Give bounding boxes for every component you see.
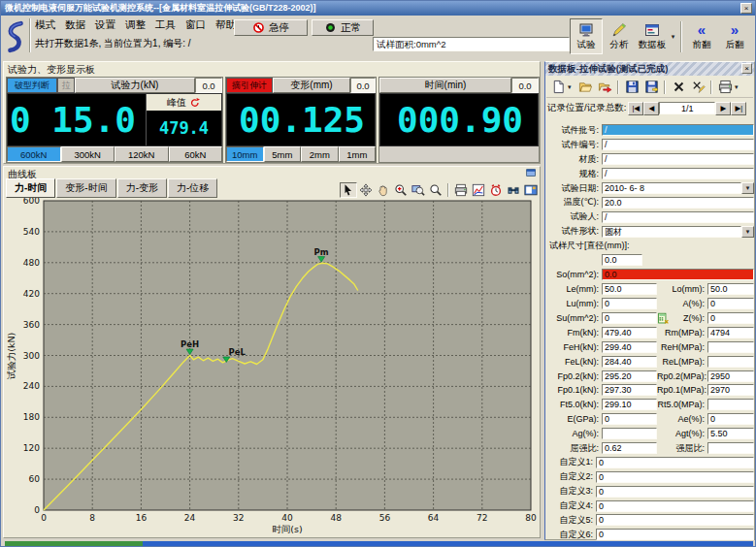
prev-record-button[interactable]: ◀ <box>643 102 659 115</box>
deform-range-10mm[interactable]: 10mm <box>226 146 264 162</box>
deform-range-2mm[interactable]: 2mm <box>301 146 339 162</box>
field-input[interactable] <box>707 399 754 410</box>
deform-range-5mm[interactable]: 5mm <box>264 146 302 162</box>
field-input[interactable]: 0 <box>596 514 754 526</box>
analyze-button[interactable]: 分析 <box>603 18 636 54</box>
delete-button[interactable] <box>669 78 688 96</box>
new-doc-button[interactable] <box>548 78 568 96</box>
board-view-tool[interactable] <box>522 182 540 198</box>
emergency-stop-button[interactable]: 急停 <box>234 19 308 36</box>
export-button[interactable] <box>595 78 614 96</box>
field-input[interactable]: 297.30 <box>602 384 657 396</box>
field-input[interactable]: 284.40 <box>602 356 657 368</box>
data-board-header[interactable]: 数据板-拉伸试验(测试已完成) <box>545 62 754 76</box>
print-tool[interactable] <box>452 182 470 198</box>
field-input[interactable]: 50.0 <box>707 283 754 295</box>
field-input[interactable]: 5.50 <box>707 428 754 439</box>
field-input[interactable]: 295.20 <box>602 370 657 382</box>
tab-3[interactable]: 力-变形 <box>117 178 167 198</box>
pull-toggle[interactable]: 拉 <box>57 78 75 93</box>
tab-4[interactable]: 力-位移 <box>168 178 217 198</box>
field-input[interactable]: / <box>602 153 754 165</box>
force-range-120kn[interactable]: 120kN <box>115 146 169 162</box>
field-input[interactable]: 0 <box>596 457 754 468</box>
open-button[interactable] <box>575 78 595 96</box>
peak-label[interactable]: 峰值 <box>147 94 221 111</box>
zoom-in-tool[interactable] <box>392 182 410 198</box>
field-input[interactable] <box>707 341 754 353</box>
menu-item-5[interactable]: 工具 <box>155 18 176 32</box>
field-input[interactable]: 50.0 <box>602 283 657 295</box>
field-input[interactable]: 0 <box>596 486 754 498</box>
field-input[interactable]: / <box>602 211 754 223</box>
field-input[interactable]: 0 <box>707 312 754 324</box>
field-input[interactable] <box>707 356 754 368</box>
field-input[interactable] <box>707 442 754 454</box>
field-input[interactable]: 0 <box>596 500 754 512</box>
tab-2[interactable]: 变形-时间 <box>56 178 115 198</box>
field-input[interactable]: 479.40 <box>602 327 657 338</box>
dropdown-icon[interactable]: ▼ <box>741 226 754 238</box>
cursor-tool[interactable] <box>340 182 357 198</box>
field-input[interactable]: 0 <box>707 298 754 309</box>
chevron-down-icon[interactable]: ▾ <box>735 83 742 91</box>
field-input[interactable]: 0 <box>602 312 657 324</box>
field-input[interactable]: / <box>602 168 754 179</box>
field-input[interactable]: 2970 <box>707 384 754 396</box>
field-input[interactable]: 0.0 <box>602 269 754 280</box>
timer-tool[interactable] <box>487 182 505 198</box>
field-input[interactable]: 4794 <box>707 327 754 338</box>
field-input[interactable]: 0 <box>602 413 657 425</box>
last-record-button[interactable]: ▶| <box>731 102 746 115</box>
field-input[interactable] <box>602 428 657 439</box>
force-range-300kn[interactable]: 300kN <box>61 146 115 162</box>
field-input[interactable]: 0.62 <box>602 442 657 454</box>
specimen-area-field[interactable]: 试样面积:0mm^2 <box>373 37 570 51</box>
field-input[interactable]: 299.40 <box>602 341 657 353</box>
printer-button[interactable] <box>715 78 735 96</box>
field-input[interactable]: 0 <box>602 298 657 309</box>
databoard-button[interactable]: 数据板 <box>636 18 669 54</box>
field-input[interactable]: 2010- 6- 8 <box>602 182 741 194</box>
hand-tool[interactable] <box>375 182 392 198</box>
close-icon[interactable]: × <box>741 63 752 74</box>
page-prev-button[interactable]: «前翻 <box>685 18 718 54</box>
break-judge-toggle[interactable]: 破型判断 <box>7 78 57 93</box>
save-button[interactable] <box>622 78 641 96</box>
menu-item-2[interactable]: 数据 <box>65 18 85 32</box>
close-icon[interactable]: × <box>740 3 752 14</box>
save-as-button[interactable] <box>641 78 661 96</box>
search-tool[interactable] <box>505 182 522 198</box>
next-record-button[interactable]: ▶ <box>715 102 731 115</box>
menu-item-6[interactable]: 窗口 <box>185 18 206 32</box>
extensometer-toggle[interactable]: 摘引伸计 <box>226 78 273 93</box>
field-input[interactable]: 0 <box>596 529 754 540</box>
field-input[interactable]: 0 <box>707 413 754 425</box>
page-next-button[interactable]: »后翻 <box>718 18 751 54</box>
dropdown-icon[interactable]: ▼ <box>741 182 754 194</box>
chevron-down-icon[interactable]: ▾ <box>669 33 677 41</box>
field-input[interactable]: 0.0 <box>602 254 642 266</box>
field-input[interactable]: / <box>602 124 754 136</box>
zoom-out-tool[interactable] <box>427 182 444 198</box>
clear-button[interactable] <box>688 78 707 96</box>
menu-item-1[interactable]: 模式 <box>35 18 55 32</box>
zoom-window-tool[interactable] <box>410 182 427 198</box>
curve-config-tool[interactable] <box>470 182 487 198</box>
force-range-600kn[interactable]: 600kN <box>7 146 61 162</box>
menu-item-3[interactable]: 设置 <box>95 18 115 32</box>
field-input[interactable]: 20.0 <box>602 197 754 209</box>
deform-range-1mm[interactable]: 1mm <box>339 146 377 162</box>
field-input[interactable]: 299.10 <box>602 399 657 410</box>
panel-icon[interactable] <box>526 169 537 179</box>
normal-status-button[interactable]: 正常 <box>312 19 374 36</box>
pan-tool[interactable] <box>357 182 375 198</box>
menu-item-7[interactable]: 帮助 <box>215 18 236 32</box>
first-record-button[interactable]: |◀ <box>628 102 643 115</box>
test-button[interactable]: 试验 <box>570 18 603 54</box>
force-range-60kn[interactable]: 60kN <box>169 146 223 162</box>
chevron-down-icon[interactable]: ▾ <box>568 83 575 91</box>
field-input[interactable]: / <box>602 139 754 150</box>
field-input[interactable]: 0 <box>596 471 754 483</box>
refresh-icon[interactable] <box>189 97 201 109</box>
